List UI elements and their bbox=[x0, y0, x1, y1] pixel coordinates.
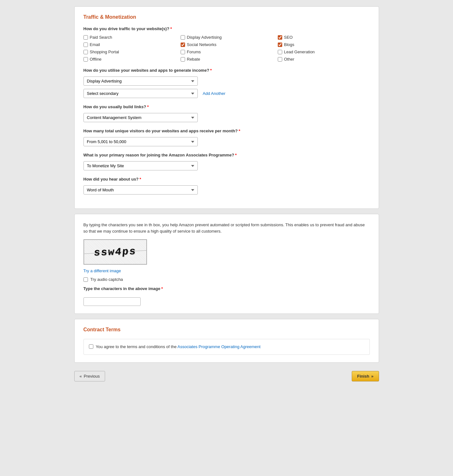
captcha-card: By typing the characters you see in th b… bbox=[74, 214, 379, 314]
paid-search-label: Paid Search bbox=[90, 35, 112, 40]
audio-captcha-checkbox[interactable] bbox=[83, 277, 88, 282]
build-links-select[interactable]: Content Management System Manual Other bbox=[83, 113, 198, 122]
terms-text: You agree to the terms and conditions of… bbox=[96, 344, 261, 350]
audio-captcha-label: Try audio captcha bbox=[90, 277, 123, 282]
income-secondary-row: Select secondary Display Advertising Aff… bbox=[83, 89, 370, 98]
traffic-title: Traffic & Monetization bbox=[83, 14, 370, 20]
forums-label: Forums bbox=[187, 50, 201, 54]
shopping-portal-checkbox[interactable] bbox=[83, 50, 88, 54]
q2-label: How do you utilise your websites and app… bbox=[83, 68, 370, 73]
offline-label: Offline bbox=[90, 57, 102, 62]
finish-button[interactable]: Finish bbox=[352, 371, 379, 381]
q5-label: What is your primary reason for joining … bbox=[83, 153, 370, 157]
checkbox-rebate: Rebate bbox=[181, 57, 273, 62]
checkbox-forums: Forums bbox=[181, 50, 273, 54]
forums-checkbox[interactable] bbox=[181, 50, 185, 54]
checkbox-display-advertising: Display Advertising bbox=[181, 35, 273, 40]
traffic-card: Traffic & Monetization How do you drive … bbox=[74, 6, 379, 209]
captcha-input-field[interactable] bbox=[83, 297, 141, 306]
q3-label: How do you usually build links?* bbox=[83, 104, 370, 109]
contract-card: Contract Terms You agree to the terms an… bbox=[74, 319, 379, 363]
audio-captcha-row: Try audio captcha bbox=[83, 277, 370, 282]
finish-label: Finish bbox=[357, 374, 369, 379]
previous-button[interactable]: Previous bbox=[74, 371, 105, 381]
try-different-link[interactable]: Try a different image bbox=[83, 268, 370, 273]
other-label: Other bbox=[284, 57, 295, 62]
seo-checkbox[interactable] bbox=[278, 35, 282, 40]
visitors-select[interactable]: Less than 500 From 500 to 5,000 From 5,0… bbox=[83, 137, 198, 146]
checkbox-other: Other bbox=[278, 57, 370, 62]
captcha-input-label: Type the characters in the above image* bbox=[83, 286, 370, 291]
previous-chevron-icon bbox=[80, 374, 82, 379]
lead-generation-checkbox[interactable] bbox=[278, 50, 282, 54]
terms-link[interactable]: Associates Programme Operating Agreement bbox=[177, 344, 261, 349]
contract-title: Contract Terms bbox=[83, 327, 370, 333]
links-question: How do you usually build links?* Content… bbox=[83, 104, 370, 122]
checkbox-paid-search: Paid Search bbox=[83, 35, 176, 40]
offline-checkbox[interactable] bbox=[83, 57, 88, 62]
traffic-checkboxes: Paid Search Display Advertising SEO Emai… bbox=[83, 35, 370, 62]
rebate-label: Rebate bbox=[187, 57, 200, 62]
q1-label: How do you drive traffic to your website… bbox=[83, 26, 370, 31]
shopping-portal-label: Shopping Portal bbox=[90, 50, 119, 54]
captcha-image-box: ssw4ps bbox=[83, 239, 147, 265]
nav-buttons: Previous Finish bbox=[74, 368, 379, 385]
captcha-input-section: Type the characters in the above image* bbox=[83, 286, 370, 306]
income-question: How do you utilise your websites and app… bbox=[83, 68, 370, 98]
income-secondary-select[interactable]: Select secondary Display Advertising Aff… bbox=[83, 89, 198, 98]
checkbox-offline: Offline bbox=[83, 57, 176, 62]
lead-generation-label: Lead Generation bbox=[284, 50, 315, 54]
hear-question: How did you hear about us?* Word of Mout… bbox=[83, 177, 370, 195]
hear-select[interactable]: Word of Mouth Search Engine Social Media… bbox=[83, 185, 198, 195]
display-advertising-label: Display Advertising bbox=[187, 35, 222, 40]
terms-checkbox[interactable] bbox=[89, 344, 93, 349]
checkbox-social-networks: Social Networks bbox=[181, 42, 273, 47]
other-checkbox[interactable] bbox=[278, 57, 282, 62]
captcha-description: By typing the characters you see in th b… bbox=[83, 222, 370, 234]
terms-row: You agree to the terms and conditions of… bbox=[83, 339, 370, 355]
checkbox-lead-generation: Lead Generation bbox=[278, 50, 370, 54]
reason-select[interactable]: To Monetize My Site To Earn Extra Income… bbox=[83, 161, 198, 170]
display-advertising-checkbox[interactable] bbox=[181, 35, 185, 40]
reason-question: What is your primary reason for joining … bbox=[83, 153, 370, 170]
email-checkbox[interactable] bbox=[83, 43, 88, 47]
blogs-checkbox[interactable] bbox=[278, 43, 282, 47]
q4-label: How many total unique visitors do your w… bbox=[83, 129, 370, 133]
checkbox-shopping-portal: Shopping Portal bbox=[83, 50, 176, 54]
income-primary-select[interactable]: Display Advertising Affiliate Marketing … bbox=[83, 76, 198, 86]
seo-label: SEO bbox=[284, 35, 293, 40]
previous-label: Previous bbox=[84, 374, 100, 379]
checkbox-seo: SEO bbox=[278, 35, 370, 40]
social-networks-checkbox[interactable] bbox=[181, 43, 185, 47]
social-networks-label: Social Networks bbox=[187, 42, 217, 47]
checkbox-blogs: Blogs bbox=[278, 42, 370, 47]
q6-label: How did you hear about us?* bbox=[83, 177, 370, 182]
finish-chevron-icon bbox=[371, 374, 373, 379]
rebate-checkbox[interactable] bbox=[181, 57, 185, 62]
checkbox-email: Email bbox=[83, 42, 176, 47]
email-label: Email bbox=[90, 42, 100, 47]
page-wrapper: Traffic & Monetization How do you drive … bbox=[74, 6, 379, 385]
blogs-label: Blogs bbox=[284, 42, 295, 47]
traffic-question-1: How do you drive traffic to your website… bbox=[83, 26, 370, 62]
paid-search-checkbox[interactable] bbox=[83, 35, 88, 40]
add-another-link[interactable]: Add Another bbox=[203, 91, 226, 96]
visitors-question: How many total unique visitors do your w… bbox=[83, 129, 370, 146]
